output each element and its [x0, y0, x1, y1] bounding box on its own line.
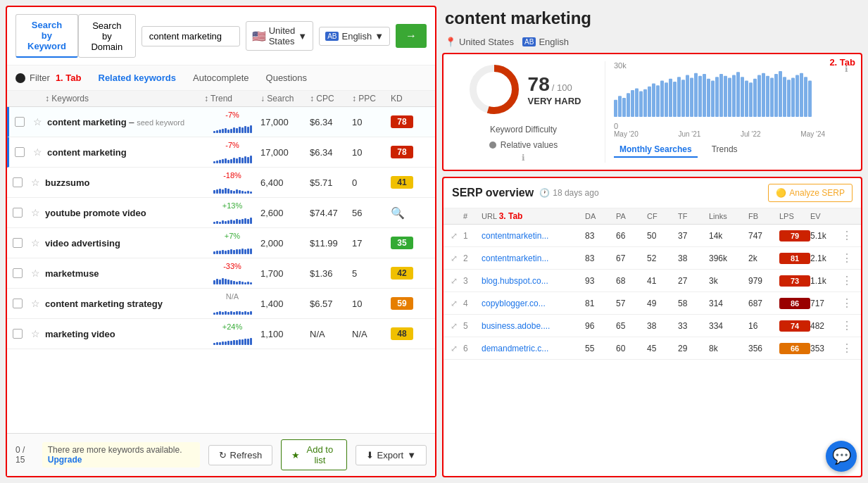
- keyword-name: buzzsumo: [45, 177, 204, 188]
- header-cpc[interactable]: ↕ CPC: [310, 94, 352, 104]
- chart-tabs: Monthly Searches Trends: [614, 142, 854, 158]
- header-ppc[interactable]: ↕ PPC: [352, 94, 391, 104]
- row-checkbox[interactable]: [13, 238, 23, 248]
- trend-bar: [233, 281, 235, 284]
- search-volume: 1,100: [260, 329, 310, 339]
- trend-bar: [250, 338, 252, 345]
- row-checkbox[interactable]: [13, 177, 23, 187]
- tab-search-by-keyword[interactable]: Search by Keyword: [15, 14, 78, 58]
- trend-cell: +24%: [204, 322, 260, 345]
- serp-row-url[interactable]: contentmarketin...: [482, 231, 585, 241]
- serp-row: ⤢ 1 contentmarketin... 83 66 50 37 14k 7…: [444, 225, 861, 247]
- chart-info-icon[interactable]: ℹ: [845, 64, 848, 74]
- keyword-name: content marketing – seed keyword: [47, 117, 204, 127]
- serp-row-url[interactable]: blog.hubspot.co...: [482, 276, 585, 286]
- serp-row-url[interactable]: contentmarketin...: [482, 253, 585, 263]
- filter-toggle[interactable]: Filter: [15, 73, 50, 83]
- serp-more-icon[interactable]: ⋮: [841, 319, 854, 332]
- chart-tab-trends[interactable]: Trends: [706, 142, 743, 158]
- monthly-search-chart: [614, 71, 825, 120]
- kd-level: VERY HARD: [528, 96, 581, 106]
- serp-row-url[interactable]: demandmetric.c...: [482, 344, 585, 353]
- header-kd[interactable]: KD: [391, 94, 429, 104]
- trend-bar: [241, 282, 244, 284]
- export-button[interactable]: ⬇ Export ▼: [356, 445, 427, 465]
- upgrade-link[interactable]: Upgrade: [48, 455, 82, 465]
- serp-more-icon[interactable]: ⋮: [841, 274, 854, 287]
- trend-bar: [213, 343, 215, 345]
- trend-bar: [222, 159, 224, 163]
- keyword-name: video advertising: [45, 238, 204, 249]
- trend-cell: +7%: [204, 232, 260, 254]
- serp-more-icon[interactable]: ⋮: [841, 251, 854, 265]
- row-checkbox[interactable]: [13, 329, 23, 339]
- trend-bar: [239, 157, 241, 163]
- trend-bar: [239, 190, 241, 194]
- row-checkbox[interactable]: [15, 147, 25, 157]
- row-star[interactable]: ☆: [31, 268, 45, 279]
- trend-bar: [219, 189, 221, 194]
- trend-bar: [230, 129, 232, 133]
- row-checkbox[interactable]: [13, 299, 23, 308]
- serp-row-url[interactable]: copyblogger.co...: [482, 299, 585, 308]
- tab-related-keywords[interactable]: Related keywords: [93, 70, 182, 86]
- chart-bar: [631, 90, 634, 117]
- chart-bar: [757, 75, 761, 117]
- trend-bar: [247, 157, 249, 163]
- row-checkbox[interactable]: [13, 208, 23, 218]
- add-to-list-button[interactable]: ★ Add to list: [281, 439, 346, 470]
- chart-tab-monthly[interactable]: Monthly Searches: [614, 142, 698, 158]
- go-button[interactable]: →: [396, 24, 427, 48]
- serp-header: SERP overview 🕐 18 days ago 🟡 Analyze SE…: [444, 178, 861, 208]
- star-icon: ★: [291, 450, 300, 460]
- row-star[interactable]: ☆: [33, 116, 47, 127]
- row-checkbox[interactable]: [15, 117, 25, 127]
- row-star[interactable]: ☆: [31, 177, 45, 188]
- header-keywords[interactable]: ↕ Keywords: [45, 94, 204, 104]
- row-checkbox[interactable]: [13, 268, 23, 278]
- serp-ev: 353: [810, 344, 841, 353]
- serp-col-url: URL 3. Tab: [482, 211, 585, 221]
- cpc-value: N/A: [310, 329, 352, 339]
- kd-badge: 78: [391, 115, 413, 128]
- serp-col-cf: CF: [647, 212, 678, 220]
- filter-label: Filter: [30, 73, 50, 83]
- serp-expand-icon: ⤢: [451, 276, 463, 286]
- search-volume: 17,000: [260, 117, 310, 127]
- chart-bar: [694, 73, 698, 117]
- relative-values-row: Relative values: [489, 140, 558, 150]
- row-star[interactable]: ☆: [33, 146, 47, 158]
- language-select[interactable]: AB English ▼: [319, 27, 390, 46]
- row-star[interactable]: ☆: [31, 207, 45, 218]
- chat-bubble[interactable]: 💬: [826, 441, 857, 472]
- search-input[interactable]: [141, 26, 240, 46]
- row-star[interactable]: ☆: [31, 298, 45, 309]
- tab-autocomplete[interactable]: Autocomplete: [187, 70, 255, 86]
- trend-bar: [236, 158, 238, 163]
- trend-cell: -33%: [204, 262, 260, 284]
- search-bar: Search by Keyword Search by Domain 🇺🇸 Un…: [7, 7, 435, 65]
- serp-da: 83: [585, 231, 616, 241]
- serp-time: 🕐 18 days ago: [539, 188, 598, 198]
- country-select[interactable]: 🇺🇸 United States ▼: [246, 21, 313, 51]
- kd-info-icon[interactable]: ℹ: [522, 153, 525, 163]
- trend-bar: [230, 159, 232, 163]
- analyze-serp-button[interactable]: 🟡 Analyze SERP: [768, 184, 853, 202]
- row-star[interactable]: ☆: [31, 328, 45, 339]
- tab-questions[interactable]: Questions: [260, 70, 313, 86]
- refresh-button[interactable]: ↻ Refresh: [208, 445, 273, 465]
- serp-more-icon[interactable]: ⋮: [841, 341, 854, 355]
- serp-more-icon[interactable]: ⋮: [841, 229, 854, 242]
- tab-search-by-domain[interactable]: Search by Domain: [78, 14, 136, 58]
- serp-tf: 27: [678, 276, 709, 286]
- trend-bar: [225, 188, 227, 194]
- serp-more-icon[interactable]: ⋮: [841, 296, 854, 310]
- header-search[interactable]: ↓ Search: [260, 94, 310, 104]
- cpc-value: $6.34: [310, 117, 352, 127]
- serp-row-url[interactable]: business.adobe....: [482, 321, 585, 331]
- row-star[interactable]: ☆: [31, 237, 45, 249]
- ppc-value: 10: [352, 117, 391, 127]
- header-trend[interactable]: ↕ Trend: [204, 94, 260, 104]
- country-label: United States: [269, 25, 296, 46]
- cpc-value: $74.47: [310, 208, 352, 218]
